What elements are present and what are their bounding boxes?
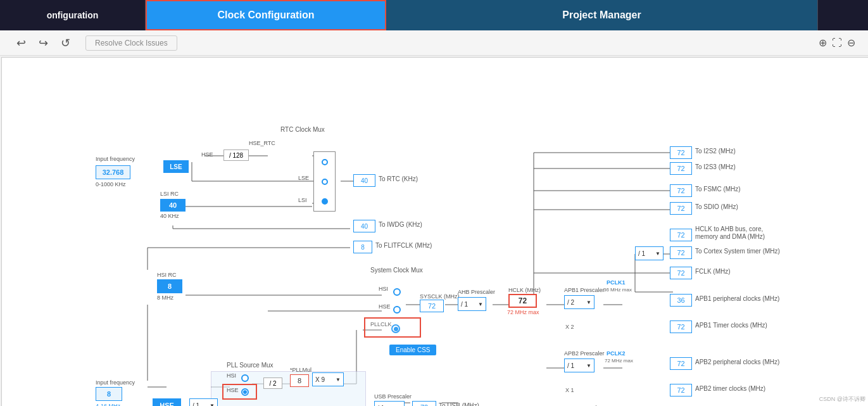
resolve-clock-button[interactable]: Resolve Clock Issues bbox=[85, 35, 177, 51]
cortex-div-box[interactable]: / 1 ▼ bbox=[635, 246, 664, 260]
rtc-mux-block[interactable] bbox=[313, 151, 336, 212]
x9-val: X 9 bbox=[315, 376, 325, 383]
pll-val-box[interactable]: 8 bbox=[290, 374, 309, 387]
usb-out-box[interactable]: 72 bbox=[412, 401, 436, 406]
apb1-timer-label: APB1 Timer clocks (MHz) bbox=[695, 322, 767, 329]
div2-pll-box[interactable]: / 2 bbox=[263, 377, 282, 389]
zoom-out-button[interactable]: ⊖ bbox=[847, 37, 855, 49]
enable-css-button[interactable]: Enable CSS bbox=[389, 345, 436, 355]
lse-box[interactable]: LSE bbox=[163, 160, 189, 173]
sysclk-label: SYSCLK (MHz) bbox=[420, 293, 460, 300]
rtc-radio-lse[interactable] bbox=[322, 179, 328, 185]
zoom-in-button[interactable]: ⊕ bbox=[819, 37, 827, 49]
x9-dropdown[interactable]: X 9 ▼ bbox=[312, 372, 344, 386]
cortex-div-arrow: ▼ bbox=[655, 251, 660, 257]
hclk-max-label: 72 MHz max bbox=[507, 309, 539, 315]
fclk-box[interactable]: 72 bbox=[670, 267, 692, 279]
apb1-timer-box[interactable]: 72 bbox=[670, 320, 692, 333]
input-freq-box2[interactable]: 8 bbox=[96, 387, 122, 401]
x2-label: X 2 bbox=[565, 324, 574, 330]
rtc-radio-hse[interactable] bbox=[322, 159, 328, 165]
to-rtc-label: To RTC (KHz) bbox=[379, 175, 418, 182]
lsi-mux-label: LSI bbox=[298, 197, 307, 203]
apb2-timer-label-txt: APB2 timer clocks (MHz) bbox=[695, 385, 765, 392]
nav-tab-left[interactable]: onfiguration bbox=[0, 0, 146, 30]
apb1-div-arrow: ▼ bbox=[586, 300, 591, 305]
cortex-timer-label: To Cortex System timer (MHz) bbox=[695, 248, 780, 255]
hsi-mux-label: HSI bbox=[379, 286, 388, 292]
usb-div-box[interactable]: / 1 ▼ bbox=[374, 401, 405, 406]
reset-button[interactable]: ↺ bbox=[57, 35, 74, 51]
hclk-box[interactable]: 72 bbox=[508, 294, 537, 308]
div128-box[interactable]: / 128 bbox=[223, 149, 249, 161]
main-area: Input frequency 32.768 0-1000 KHz LSE LS… bbox=[1, 57, 868, 406]
pllclk-mux-radio[interactable] bbox=[391, 324, 400, 333]
hsi-pll-radio[interactable] bbox=[241, 374, 249, 382]
to-iwdg-box[interactable]: 40 bbox=[353, 220, 375, 232]
usb-to-label: To USB (MHz) bbox=[439, 402, 479, 406]
to-flitfclk-box[interactable]: 8 bbox=[353, 241, 372, 253]
fit-button[interactable]: ⛶ bbox=[832, 37, 842, 49]
i2s2-label: To I2S2 (MHz) bbox=[695, 148, 736, 155]
apb2-prescaler-label: APB2 Prescaler bbox=[564, 350, 605, 357]
apb1-div-box[interactable]: / 2 ▼ bbox=[564, 295, 594, 309]
hse-pll-radio[interactable] bbox=[241, 388, 249, 396]
hse-rtc-label: HSE_RTC bbox=[249, 140, 275, 146]
nav-tab-project[interactable]: Project Manager bbox=[386, 0, 817, 30]
apb2-div-arrow: ▼ bbox=[586, 363, 591, 369]
fsmc-box[interactable]: 72 bbox=[670, 184, 692, 197]
hsi-mhz-label: 8 MHz bbox=[157, 295, 173, 301]
nav-left-label: onfiguration bbox=[47, 10, 99, 20]
nav-project-label: Project Manager bbox=[562, 10, 641, 21]
x9-arrow: ▼ bbox=[336, 377, 341, 383]
usb-prescaler-label: USB Prescaler bbox=[374, 393, 412, 400]
ahb-div-val: / 1 bbox=[461, 301, 468, 308]
ahb-div-box[interactable]: / 1 ▼ bbox=[458, 297, 486, 311]
fsmc-label: To FSMC (MHz) bbox=[695, 186, 741, 193]
hclk-ahb-box[interactable]: 72 bbox=[670, 229, 692, 241]
pclk2-label: PCLK2 bbox=[607, 350, 626, 357]
watermark: CSDN @诗不诉卿 bbox=[819, 395, 865, 403]
hsi-box[interactable]: 8 bbox=[157, 279, 182, 293]
hse-div1-box[interactable]: / 1 ▼ bbox=[189, 398, 218, 406]
to-rtc-box[interactable]: 40 bbox=[353, 174, 375, 187]
hsi-mux-radio[interactable] bbox=[393, 288, 401, 296]
ahb-div-arrow: ▼ bbox=[478, 301, 483, 307]
nav-tab-extra[interactable] bbox=[817, 0, 868, 30]
cortex-timer-box[interactable]: 72 bbox=[670, 246, 692, 259]
hse-div1-val: / 1 bbox=[192, 402, 199, 407]
apb2-div-val: / 1 bbox=[567, 362, 574, 369]
apb1-div-val: / 2 bbox=[567, 299, 574, 306]
sdio-top-box[interactable]: 72 bbox=[670, 202, 692, 215]
input-freq-label2: Input frequency bbox=[96, 379, 135, 386]
apb1-out-box[interactable]: 36 bbox=[670, 294, 692, 307]
rtc-radio-lsi[interactable] bbox=[322, 198, 328, 205]
hclk-ahb-label1: HCLK to AHB bus, core, bbox=[695, 225, 763, 232]
sdio-top-label: To SDIO (MHz) bbox=[695, 203, 738, 210]
hse-mux-radio[interactable] bbox=[393, 306, 401, 314]
lsi-khz-label: 40 KHz bbox=[160, 213, 179, 219]
lsi-rc-label: LSI RC bbox=[160, 191, 179, 197]
hsi-pll-label: HSI bbox=[227, 372, 236, 379]
undo-button[interactable]: ↩ bbox=[13, 35, 30, 51]
pllclk-mux-label: PLLCLK bbox=[370, 321, 392, 327]
i2s3-label: To I2S3 (MHz) bbox=[695, 163, 736, 170]
rtc-clock-mux-label: RTC Clock Mux bbox=[280, 126, 325, 133]
i2s3-box[interactable]: 72 bbox=[670, 162, 692, 175]
i2s2-box[interactable]: 72 bbox=[670, 146, 692, 159]
apb2-div-box[interactable]: / 1 ▼ bbox=[564, 358, 594, 372]
apb2-peri-label-txt: APB2 peripheral clocks (MHz) bbox=[695, 358, 779, 365]
redo-button[interactable]: ↪ bbox=[35, 35, 52, 51]
sysclk-box[interactable]: 72 bbox=[420, 300, 444, 312]
nav-tab-clock[interactable]: Clock Configuration bbox=[146, 0, 386, 30]
pll-source-mux-label: PLL Source Mux bbox=[227, 362, 274, 369]
hse-mux-label: HSE bbox=[201, 151, 213, 158]
nav-clock-label: Clock Configuration bbox=[218, 10, 315, 21]
to-iwdg-label: To IWDG (KHz) bbox=[379, 221, 422, 228]
apb2-peri-box[interactable]: 72 bbox=[670, 357, 692, 370]
input-freq-box1[interactable]: 32.768 bbox=[96, 165, 130, 179]
lsi-box[interactable]: 40 bbox=[160, 199, 186, 212]
hse-main-box[interactable]: HSE bbox=[153, 398, 181, 406]
hse-div1-arrow: ▼ bbox=[210, 403, 215, 407]
apb2-timer-box[interactable]: 72 bbox=[670, 384, 692, 396]
